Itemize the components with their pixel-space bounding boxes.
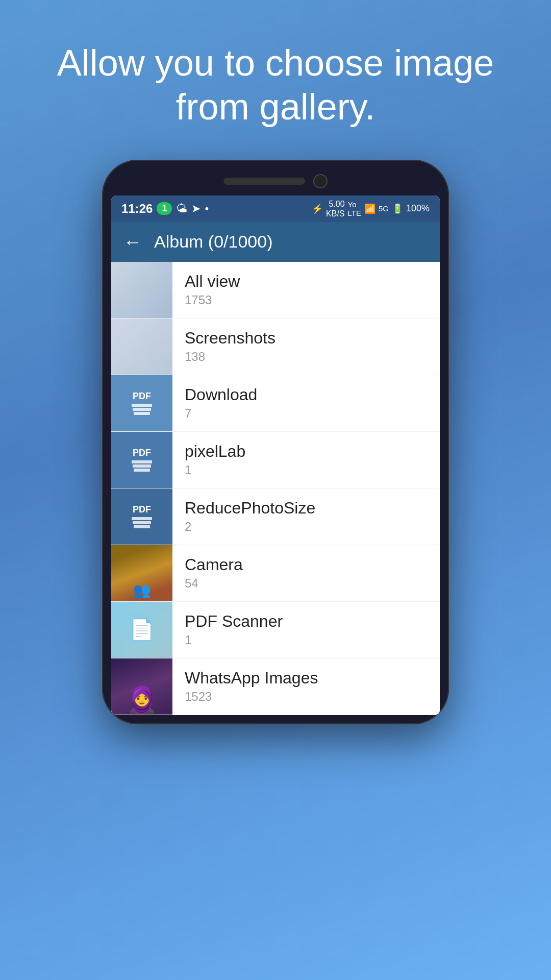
pdf-label: PDF — [133, 391, 151, 402]
album-name: WhatsApp Images — [185, 669, 428, 688]
album-info: pixelLab 1 — [172, 434, 440, 485]
pdf-pages — [132, 517, 152, 528]
album-info: Download 7 — [172, 377, 440, 429]
phone-screen: 11:26 1 🌤 ➤ • ⚡ 5.00KB/S YoLTE 📶 5G 🔋 10… — [111, 195, 440, 715]
album-count: 7 — [185, 406, 428, 421]
list-item[interactable]: PDF Download 7 — [111, 375, 440, 432]
album-thumbnail: PDF — [111, 375, 172, 431]
list-item[interactable]: PDF pixelLab 1 — [111, 432, 440, 488]
pdf-page — [132, 517, 152, 520]
list-item[interactable]: All view 1753 — [111, 262, 440, 318]
status-dot: • — [205, 202, 209, 215]
pdf-page — [134, 412, 150, 415]
pdf-pages — [132, 460, 152, 472]
status-nav-icon: ➤ — [191, 202, 201, 215]
status-time: 11:26 — [121, 202, 153, 216]
back-button[interactable]: ← — [123, 231, 142, 253]
album-list: All view 1753 Screenshots 138 — [111, 262, 440, 715]
album-info: PDF Scanner 1 — [172, 604, 440, 655]
pdf-thumb: PDF — [111, 432, 172, 488]
album-count: 1523 — [185, 690, 428, 704]
pdf-page — [133, 464, 151, 468]
front-camera — [313, 174, 328, 188]
album-count: 1 — [185, 463, 428, 477]
list-item[interactable]: 🧕 WhatsApp Images 1523 — [111, 658, 440, 715]
album-thumbnail — [111, 318, 172, 375]
album-count: 138 — [185, 350, 428, 364]
pdf-page — [133, 521, 151, 524]
list-item[interactable]: Camera 54 — [111, 545, 440, 602]
album-name: Screenshots — [185, 329, 428, 348]
album-count: 1753 — [185, 293, 428, 307]
list-item[interactable]: Screenshots 138 — [111, 318, 440, 375]
status-bar-right: ⚡ 5.00KB/S YoLTE 📶 5G 🔋 100% — [312, 199, 430, 218]
pdf-thumb: PDF — [111, 488, 172, 545]
status-bar-left: 11:26 1 🌤 ➤ • — [121, 202, 209, 216]
thumb-placeholder — [111, 262, 172, 318]
album-name: pixelLab — [185, 442, 428, 461]
battery-icon: 🔋 — [392, 203, 403, 214]
signal-bars: 📶 — [364, 203, 375, 214]
phone-top — [111, 169, 440, 195]
network-5g: 5G — [379, 204, 389, 213]
status-bar: 11:26 1 🌤 ➤ • ⚡ 5.00KB/S YoLTE 📶 5G 🔋 10… — [111, 195, 440, 222]
album-thumbnail: 📄 — [111, 602, 172, 658]
pdf-page — [134, 469, 150, 472]
album-name: Download — [185, 385, 428, 404]
album-info: All view 1753 — [172, 264, 440, 315]
album-thumbnail — [111, 545, 172, 601]
page-tagline: Allow you to choose image from gallery. — [0, 0, 551, 150]
list-item[interactable]: PDF ReducePhotoSize 2 — [111, 488, 440, 545]
album-thumbnail — [111, 262, 172, 318]
album-info: WhatsApp Images 1523 — [172, 660, 440, 712]
network-type: YoLTE — [348, 200, 361, 217]
album-thumbnail: PDF — [111, 432, 172, 488]
lady-thumbnail: 🧕 — [111, 658, 172, 715]
album-thumbnail: 🧕 — [111, 658, 172, 715]
battery-level: 100% — [406, 203, 430, 214]
album-info: ReducePhotoSize 2 — [172, 491, 440, 542]
pdf-label: PDF — [133, 504, 151, 515]
thumb-placeholder — [111, 318, 172, 375]
header-text: Allow you to choose image from gallery. — [0, 0, 551, 150]
album-info: Camera 54 — [172, 547, 440, 599]
app-bar: ← Album (0/1000) — [111, 222, 440, 262]
album-name: All view — [185, 272, 428, 291]
pdf-page — [132, 404, 152, 407]
pdf-page — [133, 408, 151, 411]
crowd-thumbnail — [111, 545, 172, 601]
bluetooth-icon: ⚡ — [312, 203, 323, 214]
pdf-thumb: PDF — [111, 375, 172, 431]
album-name: Camera — [185, 555, 428, 574]
pdf-label: PDF — [133, 448, 151, 458]
album-count: 1 — [185, 633, 428, 647]
album-thumbnail: PDF — [111, 488, 172, 545]
pdf-page — [132, 460, 152, 463]
app-bar-title: Album (0/1000) — [154, 232, 272, 252]
speaker-grill — [223, 178, 305, 185]
album-info: Screenshots 138 — [172, 321, 440, 372]
wifi-badge: 1 — [157, 202, 172, 215]
album-name: ReducePhotoSize — [185, 499, 428, 518]
pdf-page — [134, 525, 150, 528]
status-speed: 5.00KB/S — [326, 199, 344, 218]
album-count: 2 — [185, 520, 428, 534]
album-count: 54 — [185, 576, 428, 591]
album-name: PDF Scanner — [185, 612, 428, 631]
status-cloud-icon: 🌤 — [176, 202, 187, 215]
pdf-pages — [132, 404, 152, 415]
phone-mockup: 11:26 1 🌤 ➤ • ⚡ 5.00KB/S YoLTE 📶 5G 🔋 10… — [0, 160, 551, 724]
phone-body: 11:26 1 🌤 ➤ • ⚡ 5.00KB/S YoLTE 📶 5G 🔋 10… — [102, 160, 449, 724]
list-item[interactable]: 📄 PDF Scanner 1 — [111, 602, 440, 658]
pdf-scanner-thumb: 📄 — [111, 602, 172, 658]
